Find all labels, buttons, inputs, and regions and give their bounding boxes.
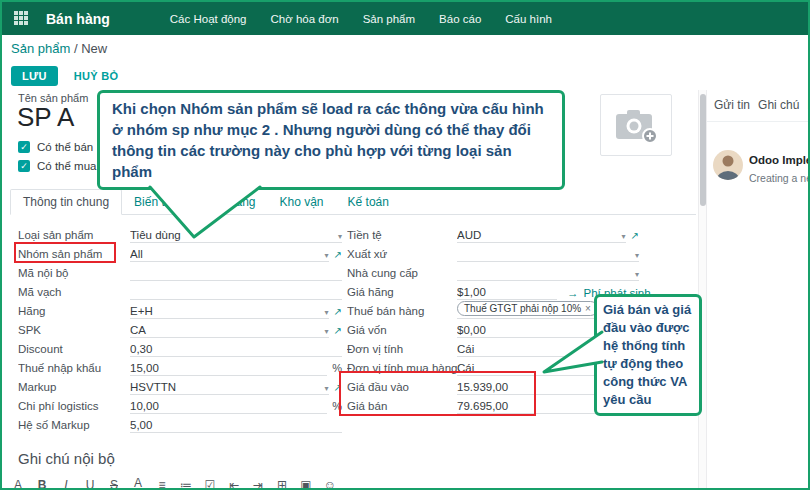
- vertical-scrollbar[interactable]: [698, 90, 707, 488]
- discount-input[interactable]: 0,30: [130, 341, 342, 357]
- action-bar: LƯU HUỶ BỎ: [2, 61, 808, 91]
- barcode-input[interactable]: [130, 284, 342, 300]
- field-label: Loại sản phẩm: [18, 229, 130, 243]
- field-label: Discount: [18, 343, 130, 357]
- app-name[interactable]: Bán hàng: [46, 11, 110, 27]
- send-message-button[interactable]: Gửi tin: [714, 98, 750, 112]
- message-author: Odoo Implementer: [749, 154, 808, 166]
- font-color-icon[interactable]: A: [131, 478, 145, 490]
- field-label: Markup: [18, 381, 130, 395]
- brand-select[interactable]: E+H▾: [130, 303, 329, 319]
- field-label: Thuế bán hàng: [347, 305, 457, 319]
- field-row-barcode: Mã vạch: [18, 281, 342, 300]
- chatter-panel: Gửi tin Ghi chú Lên lịch hoạt động Odoo …: [707, 90, 808, 488]
- chevron-down-icon: ▾: [334, 232, 342, 241]
- can-buy-row: ✓ Có thể mua: [18, 160, 96, 172]
- field-label: Mã nội bộ: [18, 267, 130, 281]
- remove-tag-icon[interactable]: ×: [585, 303, 591, 314]
- chevron-down-icon: ▾: [321, 384, 329, 393]
- checklist-icon[interactable]: ☑: [203, 478, 217, 490]
- product-image-upload[interactable]: [600, 94, 672, 156]
- internal-ref-input[interactable]: [130, 265, 342, 281]
- tab-inventory[interactable]: Kho vận: [267, 190, 335, 214]
- field-row-logistics-cost: Chi phí logistics 10,00 %: [18, 395, 342, 414]
- internal-notes-title: Ghi chú nội bộ: [18, 450, 115, 467]
- vendor-price-input[interactable]: $1,00: [457, 284, 557, 300]
- strikethrough-icon[interactable]: S: [107, 478, 121, 490]
- annotation-callout-product-group: Khi chọn Nhóm sản phẩm sẽ load ra các th…: [97, 90, 565, 190]
- apps-grid-icon[interactable]: [14, 11, 29, 26]
- text-style-icon[interactable]: A: [11, 478, 25, 490]
- field-label: Mã vạch: [18, 286, 130, 300]
- list-ul-icon[interactable]: ≡: [155, 478, 169, 490]
- field-row-import-tax: Thuế nhập khẩu 15,00 %: [18, 357, 342, 376]
- tab-accounting[interactable]: Kế toán: [336, 190, 401, 214]
- odoo-product-form-screen: Bán hàng Các Hoạt động Chờ hóa đơn Sản p…: [0, 0, 810, 490]
- field-row-vendor: Nhà cung cấp ▾: [347, 262, 639, 281]
- callout-tail: [142, 187, 268, 243]
- product-group-select[interactable]: All▾: [130, 246, 329, 262]
- field-label: Giá hãng: [347, 286, 457, 300]
- breadcrumb-parent[interactable]: Sản phẩm: [11, 41, 70, 56]
- chevron-down-icon: ▾: [618, 232, 626, 241]
- image-icon[interactable]: ▣: [299, 478, 313, 490]
- spk-select[interactable]: CA▾: [130, 322, 329, 338]
- currency-select[interactable]: AUD▾: [457, 227, 626, 243]
- underline-icon[interactable]: U: [83, 478, 97, 490]
- menu-products[interactable]: Sản phẩm: [363, 13, 415, 25]
- chevron-down-icon: ▾: [321, 308, 329, 317]
- field-label: Đơn vị tính: [347, 343, 457, 357]
- callout-tail: [538, 330, 604, 380]
- internal-link-icon[interactable]: ↗: [334, 306, 342, 319]
- internal-link-icon[interactable]: ↗: [334, 249, 342, 262]
- indent-icon[interactable]: ⇥: [251, 478, 265, 490]
- menu-configuration[interactable]: Cấu hình: [505, 13, 552, 25]
- notebook-tabs: Thông tin chung Biến thể Mua hàng Kho vậ…: [10, 188, 696, 215]
- outdent-icon[interactable]: ⇤: [227, 478, 241, 490]
- logistics-cost-input[interactable]: 10,00: [130, 398, 327, 414]
- breadcrumb-separator: /: [74, 41, 78, 56]
- scrollbar-thumb[interactable]: [700, 94, 706, 206]
- markup-factor-input[interactable]: 5,00: [130, 417, 342, 433]
- highlight-box-product-group: [14, 242, 116, 263]
- internal-link-icon[interactable]: ↗: [631, 230, 639, 243]
- italic-icon[interactable]: I: [59, 478, 73, 490]
- camera-plus-icon: [613, 105, 659, 145]
- vendor-select[interactable]: ▾: [457, 265, 639, 281]
- emoji-icon[interactable]: ☺: [323, 478, 337, 490]
- markup-select[interactable]: HSVTTN▾: [130, 379, 329, 395]
- can-sell-checkbox[interactable]: ✓: [18, 141, 30, 153]
- discard-button[interactable]: HUỶ BỎ: [74, 70, 119, 82]
- avatar: [713, 150, 743, 180]
- top-menu: Các Hoạt động Chờ hóa đơn Sản phẩm Báo c…: [170, 13, 552, 25]
- menu-to-invoice[interactable]: Chờ hóa đơn: [271, 13, 339, 25]
- internal-link-icon[interactable]: ↗: [334, 325, 342, 338]
- list-ol-icon[interactable]: ≔: [179, 478, 193, 490]
- chevron-down-icon: ▾: [631, 251, 639, 260]
- top-navbar: Bán hàng Các Hoạt động Chờ hóa đơn Sản p…: [2, 2, 808, 35]
- menu-activities[interactable]: Các Hoạt động: [170, 13, 247, 25]
- import-tax-input[interactable]: 15,00: [130, 360, 327, 376]
- schedule-activity-button[interactable]: Lên lịch hoạt động: [807, 98, 808, 112]
- save-button[interactable]: LƯU: [11, 66, 58, 86]
- field-label: Nhà cung cấp: [347, 267, 457, 281]
- log-note-button[interactable]: Ghi chú: [758, 98, 799, 112]
- origin-select[interactable]: ▾: [457, 246, 639, 262]
- field-label: Chi phí logistics: [18, 400, 130, 414]
- field-label: Thuế nhập khẩu: [18, 362, 130, 376]
- menu-reporting[interactable]: Báo cáo: [439, 13, 481, 25]
- field-label: Giá vốn: [347, 324, 457, 338]
- field-label: Hệ số Markup: [18, 419, 130, 433]
- chatter-message: Odoo Implementer Creating a new: [707, 144, 808, 192]
- product-name-input[interactable]: SP A: [17, 102, 74, 133]
- tab-general-info[interactable]: Thông tin chung: [10, 189, 122, 215]
- field-row-origin: Xuất xứ ▾: [347, 243, 639, 262]
- can-buy-checkbox[interactable]: ✓: [18, 160, 30, 172]
- field-row-discount: Discount 0,30: [18, 338, 342, 357]
- highlight-box-prices: [339, 371, 536, 416]
- bold-icon[interactable]: B: [35, 478, 49, 490]
- chatter-message-meta: Odoo Implementer Creating a new: [749, 150, 802, 186]
- field-label: SPK: [18, 324, 130, 338]
- breadcrumb-current: New: [81, 41, 107, 56]
- table-icon[interactable]: ⊞: [275, 478, 289, 490]
